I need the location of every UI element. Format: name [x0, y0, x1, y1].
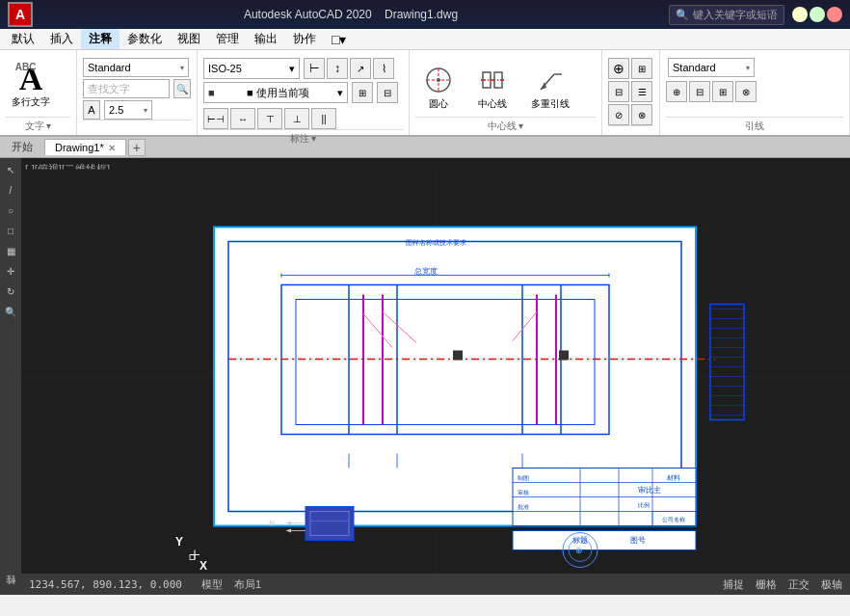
svg-text:总宽度: 总宽度 — [413, 267, 438, 276]
menu-output[interactable]: 输出 — [247, 29, 285, 49]
drawing-canvas[interactable]: 制图 审核 批准 审比主 比例 材料 公司名称 标题 图号 — [21, 158, 850, 595]
main-area: ↖ / ○ □ ▦ ✛ ↻ 🔍 特性 [-][俯视][二维线框] — [0, 158, 850, 595]
leader-group-label[interactable]: 引线 — [666, 117, 843, 135]
target-icon-3[interactable]: ⊟ — [608, 81, 629, 102]
text-group-label[interactable]: 文字 ▾ — [6, 117, 70, 135]
circle-center-button[interactable]: 圆心 — [415, 61, 462, 115]
title-search-box[interactable]: 🔍 键入关键字或短语 — [669, 5, 784, 25]
maximize-button[interactable] — [810, 7, 825, 22]
svg-rect-47 — [453, 351, 463, 361]
dim-icon-4[interactable]: ⌇ — [373, 58, 394, 79]
add-tab-button[interactable]: + — [128, 139, 146, 156]
start-tab[interactable]: 开始 — [4, 138, 40, 156]
ortho-toggle[interactable]: 正交 — [788, 577, 810, 592]
svg-text:标: 标 — [268, 520, 276, 526]
canvas-area[interactable]: [-][俯视][二维线框] 制图 审核 批准 — [21, 158, 850, 595]
find-text-button[interactable]: 🔍 — [173, 79, 191, 98]
target-icon-2[interactable]: ⊞ — [631, 58, 652, 79]
svg-text:⊕: ⊕ — [575, 546, 583, 555]
side-panel-label[interactable]: 特性 — [4, 589, 17, 593]
menu-default[interactable]: 默认 — [4, 29, 42, 49]
target-group-label — [608, 125, 653, 135]
menu-view[interactable]: 视图 — [170, 29, 208, 49]
annotation-group-label[interactable]: 标注 ▾ — [203, 129, 403, 147]
svg-text:X: X — [199, 559, 207, 573]
target-icon-1[interactable]: ⊕ — [608, 58, 629, 79]
dim-icon-2[interactable]: ↕ — [327, 58, 348, 79]
multitext-button[interactable]: A ABC 多行文字 — [6, 61, 56, 111]
left-toolbar: ↖ / ○ □ ▦ ✛ ↻ 🔍 特性 — [0, 158, 21, 595]
window-controls — [792, 7, 842, 22]
grid-toggle[interactable]: 栅格 — [756, 577, 777, 592]
tool-line[interactable]: / — [1, 180, 20, 200]
dim-bottom-5[interactable]: || — [311, 108, 336, 129]
ribbon-group-centerline: 圆心 中心线 — [410, 50, 602, 135]
status-bar: 1234.567, 890.123, 0.000 模型 布局1 捕捉 栅格 正交… — [21, 574, 850, 595]
layer-icon-2[interactable]: ⊟ — [377, 82, 398, 103]
svg-text:图样名称或技术要求: 图样名称或技术要求 — [406, 239, 466, 246]
minimize-button[interactable] — [792, 7, 808, 22]
menu-collaborate[interactable]: 协作 — [285, 29, 324, 49]
multitext-icon: A ABC — [19, 63, 43, 95]
text-group-label2 — [83, 120, 191, 135]
dim-icon-1[interactable]: ⊢ — [304, 58, 325, 79]
leader-icon-2[interactable]: ⊟ — [689, 81, 710, 102]
tool-circle[interactable]: ○ — [1, 201, 20, 220]
centerline-button[interactable]: 中心线 — [469, 61, 516, 115]
leader-icon-4[interactable]: ⊗ — [735, 81, 757, 102]
autocad-logo: A — [8, 2, 33, 27]
menu-bar: 默认 插入 注释 参数化 视图 管理 输出 协作 □▾ — [0, 29, 850, 50]
tool-select[interactable]: ↖ — [1, 160, 20, 179]
layout1-btn[interactable]: 布局1 — [234, 577, 261, 592]
tool-move[interactable]: ✛ — [1, 261, 20, 281]
find-text-combo[interactable]: 查找文字 — [83, 79, 170, 98]
multi-leader-icon — [535, 65, 566, 95]
leader-icon-1[interactable]: ⊕ — [666, 81, 687, 102]
svg-rect-30 — [513, 531, 696, 550]
menu-insert[interactable]: 插入 — [42, 29, 81, 49]
dim-icon-3[interactable]: ↗ — [350, 58, 371, 79]
leader-style-combo[interactable]: Standard ▾ — [668, 58, 755, 77]
dim-bottom-2[interactable]: ↔ — [230, 108, 255, 129]
target-icon-4[interactable]: ☰ — [631, 81, 652, 102]
multitext-label: 多行文字 — [12, 95, 50, 109]
svg-text:材料: 材料 — [666, 474, 680, 481]
layer-combo[interactable]: ■ ■ 使用当前项 ▾ — [203, 82, 348, 103]
polar-toggle[interactable]: 极轴 — [821, 577, 842, 592]
close-button[interactable] — [827, 7, 842, 22]
model-space-btn[interactable]: 模型 — [201, 577, 223, 592]
circle-center-label: 圆心 — [429, 97, 448, 111]
svg-text:制图: 制图 — [518, 475, 529, 481]
ribbon-group-multitext: A ABC 多行文字 文字 ▾ — [0, 50, 77, 135]
svg-text:Y: Y — [175, 535, 183, 549]
menu-annotation[interactable]: 注释 — [81, 29, 120, 49]
dim-bottom-3[interactable]: ⊤ — [257, 108, 282, 129]
target-icon-6[interactable]: ⊗ — [631, 104, 652, 125]
multi-leader-button[interactable]: 多重引线 — [523, 61, 577, 115]
tab-bar: 开始 Drawing1* ✕ + — [0, 137, 850, 158]
menu-extra[interactable]: □▾ — [324, 30, 354, 49]
tool-rotate[interactable]: ↻ — [1, 281, 20, 301]
leader-icon-3[interactable]: ⊞ — [712, 81, 733, 102]
text-size-icon: A — [83, 100, 100, 120]
text-size-combo[interactable]: 2.5 ▾ — [104, 100, 152, 120]
menu-parameters[interactable]: 参数化 — [120, 29, 170, 49]
centerline-group-label[interactable]: 中心线 ▾ — [415, 117, 596, 135]
dim-bottom-4[interactable]: ⊥ — [284, 108, 309, 129]
drawing-tab-close[interactable]: ✕ — [108, 143, 116, 153]
tool-zoom[interactable]: 🔍 — [1, 302, 20, 321]
svg-text:图号: 图号 — [630, 536, 646, 545]
menu-manage[interactable]: 管理 — [208, 29, 247, 49]
text-style-combo[interactable]: Standard ▾ — [83, 58, 189, 77]
snap-toggle[interactable]: 捕捉 — [723, 577, 744, 592]
svg-text:公司名称: 公司名称 — [662, 517, 685, 522]
tool-hatch[interactable]: ▦ — [1, 241, 20, 260]
dim-style-combo[interactable]: ISO-25 ▾ — [203, 58, 300, 79]
drawing-tab[interactable]: Drawing1* ✕ — [44, 139, 126, 155]
title-bar: A Autodesk AutoCAD 2020 Drawing1.dwg 🔍 键… — [0, 0, 850, 29]
dim-bottom-1[interactable]: ⊢⊣ — [203, 108, 228, 129]
svg-rect-48 — [559, 351, 569, 361]
target-icon-5[interactable]: ⊘ — [608, 104, 629, 125]
layer-icon-1[interactable]: ⊞ — [352, 82, 373, 103]
tool-rect[interactable]: □ — [1, 221, 20, 240]
